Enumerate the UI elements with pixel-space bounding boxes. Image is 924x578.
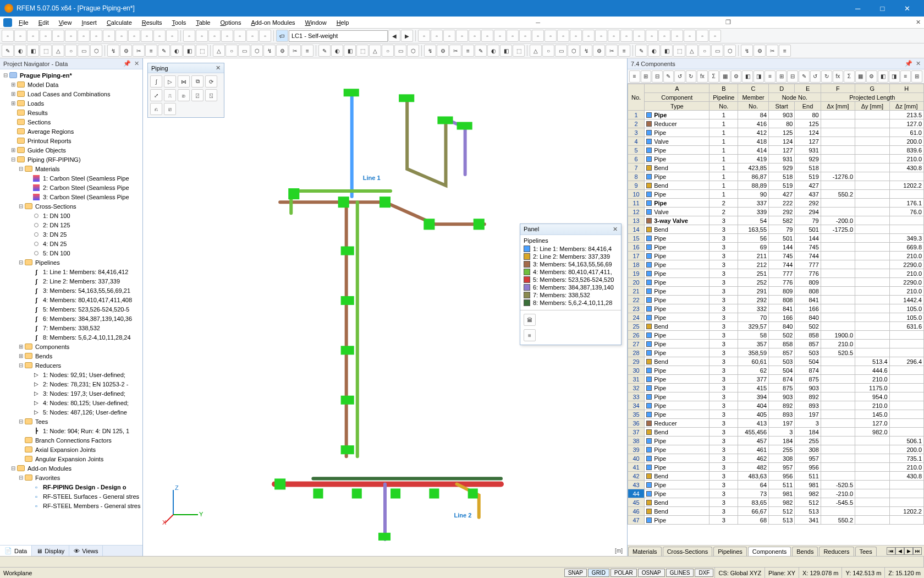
tree-item[interactable]: 2: DN 125 xyxy=(0,220,142,230)
piping-tool-button[interactable]: ⎍ xyxy=(164,89,176,101)
toolbar-button[interactable]: ○ xyxy=(226,45,238,57)
toolbar-button[interactable]: ▫ xyxy=(431,30,443,42)
toolbar-button[interactable]: ⬡ xyxy=(724,45,736,57)
toolbar-button[interactable]: ▭ xyxy=(711,45,723,57)
toolbar-button[interactable]: ⚙ xyxy=(754,45,766,57)
piping-tool-button[interactable]: ⎌ xyxy=(150,103,162,115)
dxf-toggle[interactable]: DXF xyxy=(695,569,713,577)
panel-pipeline-row[interactable]: 2: Line 2: Members: 337,339 xyxy=(520,253,621,260)
toolbar-button[interactable]: ○ xyxy=(698,45,711,57)
table-row[interactable]: 47Pipe368513341550.2 xyxy=(628,516,924,525)
toolbar-button[interactable]: ◐ xyxy=(648,45,660,57)
table-tool-button[interactable]: ◨ xyxy=(889,70,900,83)
table-row[interactable]: 4Valve1418124127200.0 xyxy=(628,137,924,146)
toolbar-button[interactable]: ▫ xyxy=(608,30,620,42)
table-row[interactable]: 9Bend188,895194271202.2 xyxy=(628,181,924,190)
toolbar-button[interactable]: ⬡ xyxy=(568,45,580,57)
tree-item[interactable]: 3: DN 25 xyxy=(0,230,142,239)
table-row[interactable]: 29Bend360,61503504513.4296.4 xyxy=(628,357,924,366)
nav-tab-data[interactable]: 📄 Data xyxy=(0,546,32,556)
comp-tab-tees[interactable]: Tees xyxy=(855,547,877,556)
panel-foot-button-2[interactable]: ≡ xyxy=(524,329,536,341)
tree-item[interactable]: ▷1: Nodes: 92,91; User-defined; xyxy=(0,370,142,379)
toolbar-button[interactable]: ▭ xyxy=(394,45,406,57)
toolbar-button[interactable]: ↯ xyxy=(580,45,592,57)
mdi-minimize[interactable]: ─ xyxy=(532,19,543,26)
comp-tab-materials[interactable]: Materials xyxy=(628,547,662,556)
tree-item[interactable]: ▫RF-PIPING Design - Design o xyxy=(0,482,142,492)
toolbar-button[interactable]: ▫ xyxy=(494,30,506,42)
toolbar-button[interactable]: ▫ xyxy=(570,30,582,42)
toolbar-button[interactable]: ⬚ xyxy=(40,45,52,57)
piping-tool-button[interactable]: ⎄ xyxy=(178,89,190,101)
toolbar-button[interactable]: ◧ xyxy=(27,45,39,57)
tree-item[interactable]: ⊞Load Cases and Combinations xyxy=(0,89,142,99)
tree-item[interactable]: 1: Carbon Steel (Seamless Pipe xyxy=(0,173,142,183)
table-row[interactable]: 40Pipe3462308957735.1 xyxy=(628,454,924,463)
piping-tool-button[interactable]: ⋈ xyxy=(178,75,190,88)
toolbar-button[interactable]: ▫ xyxy=(234,30,246,42)
toolbar-button[interactable]: △ xyxy=(369,45,381,57)
toolbar-button[interactable]: ▫ xyxy=(507,30,519,42)
toolbar-button[interactable]: ▫ xyxy=(557,30,569,42)
toolbar-button[interactable]: ↯ xyxy=(741,45,753,57)
comp-tab-bends[interactable]: Bends xyxy=(792,547,818,556)
toolbar-button[interactable]: ▫ xyxy=(40,30,52,42)
tree-item[interactable]: ▷2: Nodes: 78,231; EN 10253-2 - xyxy=(0,379,142,389)
table-tool-button[interactable]: ◧ xyxy=(742,70,753,83)
table-row[interactable]: 8Pipe186,87518519-1276.0 xyxy=(628,172,924,181)
tree-item[interactable]: 4: DN 25 xyxy=(0,239,142,248)
table-row[interactable]: 22Pipe32928088411442.4 xyxy=(628,296,924,304)
tree-item[interactable]: 3: Carbon Steel (Seamless Pipe xyxy=(0,192,142,201)
toolbar-button[interactable]: ○ xyxy=(65,45,77,57)
tab-scroll-next[interactable]: ▶ xyxy=(904,547,913,555)
table-tool-button[interactable]: Σ xyxy=(708,70,719,83)
toolbar-button[interactable]: ▫ xyxy=(246,30,258,42)
comp-tab-reducers[interactable]: Reducers xyxy=(819,547,854,556)
table-row[interactable]: 25Bend3329,57840502631.6 xyxy=(628,322,924,331)
toolbar-button[interactable]: ▫ xyxy=(208,30,221,42)
toolbar-button[interactable]: ▫ xyxy=(469,30,481,42)
toolbar-button[interactable]: ⬚ xyxy=(673,45,685,57)
table-tool-button[interactable]: ⚙ xyxy=(866,70,877,83)
polar-toggle[interactable]: POLAR xyxy=(610,569,637,577)
tree-item[interactable]: ┣1: Node: 904; Run: 4: DN 125, 1 xyxy=(0,426,142,435)
toolbar-button[interactable]: ▭ xyxy=(78,45,90,57)
toolbar-button[interactable]: ≡ xyxy=(618,45,630,57)
table-row[interactable]: 15Pipe356501144349.3 xyxy=(628,234,924,243)
table-row[interactable]: 1Pipe18490380213.5 xyxy=(628,111,924,119)
tree-item[interactable]: Average Regions xyxy=(0,127,142,136)
piping-toolbar-close-icon[interactable]: ✕ xyxy=(216,64,221,72)
tree-item[interactable]: ▫RF-STEEL Surfaces - General stres xyxy=(0,492,142,501)
toolbar-button[interactable]: ▫ xyxy=(582,30,595,42)
table-row[interactable]: 32Pipe34158759031175.0 xyxy=(628,384,924,392)
toolbar-button[interactable]: ▫ xyxy=(90,30,102,42)
table-tool-button[interactable]: ▦ xyxy=(719,70,730,83)
toolbar-button[interactable]: ◧ xyxy=(344,45,356,57)
table-row[interactable]: 34Pipe3404892893210.0 xyxy=(628,401,924,410)
toolbar-button[interactable]: ▫ xyxy=(532,30,544,42)
table-row[interactable]: 133-way Valve35458279-200.0 xyxy=(628,216,924,225)
table-row[interactable]: 46Bend366,675125131202.2 xyxy=(628,507,924,516)
maximize-button[interactable]: □ xyxy=(870,0,895,17)
toolbar-button[interactable]: ○ xyxy=(542,45,554,57)
toolbar-button[interactable]: ▫ xyxy=(443,30,455,42)
table-tool-button[interactable]: fx xyxy=(833,70,844,83)
toolbar-button[interactable]: △ xyxy=(686,45,698,57)
table-row[interactable]: 37Bend3455,4563184982.0 xyxy=(628,428,924,437)
tree-item[interactable]: ⊟Add-on Modules xyxy=(0,464,142,473)
table-row[interactable]: 3Pipe141212512461.0 xyxy=(628,128,924,137)
mdi-close[interactable]: ✕ xyxy=(913,19,924,26)
lc-icon[interactable]: 🏷 xyxy=(276,30,288,42)
menu-edit[interactable]: Edit xyxy=(34,18,53,27)
toolbar-button[interactable]: ◐ xyxy=(14,45,26,57)
table-tool-button[interactable]: ⊞ xyxy=(911,70,922,83)
piping-tool-button[interactable]: ⤢ xyxy=(150,89,162,101)
table-row[interactable]: 2Reducer141680125127.0 xyxy=(628,119,924,128)
toolbar-button[interactable]: △ xyxy=(213,45,225,57)
toolbar-button[interactable]: ✎ xyxy=(635,45,647,57)
table-tool-button[interactable]: fx xyxy=(697,70,708,83)
piping-tool-button[interactable]: ⟳ xyxy=(205,75,217,88)
toolbar-button[interactable]: ≡ xyxy=(145,45,157,57)
panel-pipeline-row[interactable]: 1: Line 1: Members: 84,416,4 xyxy=(520,245,621,253)
